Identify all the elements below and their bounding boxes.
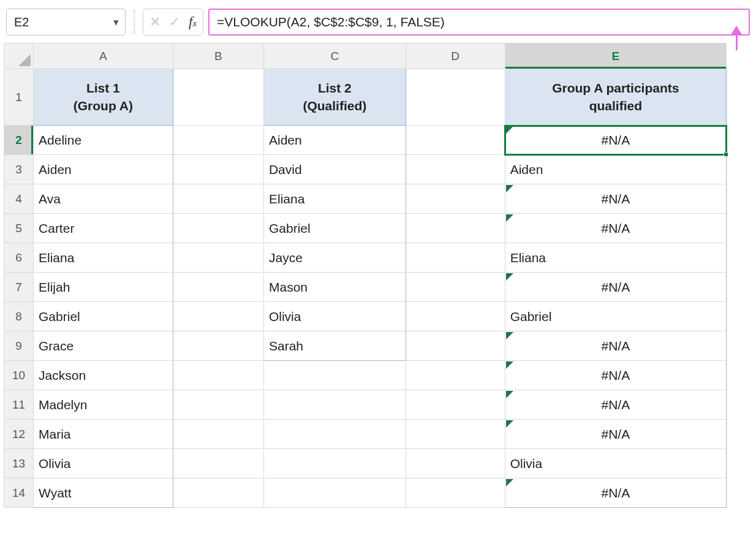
row-header[interactable]: 6 (4, 243, 34, 273)
cell-A7[interactable]: Elijah (34, 273, 173, 302)
row-header[interactable]: 4 (4, 184, 34, 214)
cell-D6[interactable] (406, 243, 505, 273)
cell-E13[interactable]: Olivia (505, 449, 726, 478)
cell-D3[interactable] (406, 155, 505, 184)
cell-A4[interactable]: Ava (34, 184, 173, 214)
cell-C12[interactable] (263, 420, 406, 449)
cell-B1[interactable] (173, 69, 263, 126)
cell-B12[interactable] (173, 420, 263, 449)
cell-A5[interactable]: Carter (34, 214, 173, 243)
cell-D2[interactable] (406, 126, 505, 155)
select-all-corner[interactable] (4, 43, 34, 69)
row-header[interactable]: 10 (4, 361, 34, 390)
col-header-A[interactable]: A (34, 43, 173, 69)
cell-D5[interactable] (406, 214, 505, 243)
row-header[interactable]: 14 (4, 478, 34, 508)
cell-A12[interactable]: Maria (34, 420, 173, 449)
fill-handle[interactable] (724, 152, 728, 157)
cell-E5[interactable]: #N/A (505, 214, 726, 243)
row-header[interactable]: 9 (4, 331, 34, 361)
cell-E9[interactable]: #N/A (505, 331, 726, 361)
confirm-icon[interactable]: ✓ (169, 15, 180, 29)
cell-D10[interactable] (406, 361, 505, 390)
fx-icon[interactable]: fx (189, 14, 197, 30)
cell-E1[interactable]: Group A participants qualified (505, 69, 726, 126)
cell-C7[interactable]: Mason (263, 273, 406, 302)
cell-A9[interactable]: Grace (34, 331, 173, 361)
cell-B11[interactable] (173, 390, 263, 420)
cell-A6[interactable]: Eliana (34, 243, 173, 273)
row-header[interactable]: 12 (4, 420, 34, 449)
cell-D1[interactable] (406, 69, 505, 126)
cancel-icon[interactable]: ✕ (149, 15, 161, 29)
cell-E2[interactable]: #N/A (505, 126, 726, 155)
divider (134, 10, 135, 34)
row-header[interactable]: 3 (4, 155, 34, 184)
cell-E10[interactable]: #N/A (505, 361, 726, 390)
row-header[interactable]: 2 (4, 126, 34, 155)
name-box[interactable]: E2 ▾ (6, 9, 126, 36)
cell-E12[interactable]: #N/A (505, 420, 726, 449)
cell-C8[interactable]: Olivia (263, 302, 406, 331)
cell-A1[interactable]: List 1 (Group A) (34, 69, 173, 126)
cell-D8[interactable] (406, 302, 505, 331)
cell-B14[interactable] (173, 478, 263, 508)
cell-D14[interactable] (406, 478, 505, 508)
cell-E7[interactable]: #N/A (505, 273, 726, 302)
chevron-down-icon[interactable]: ▾ (113, 16, 119, 29)
cell-B10[interactable] (173, 361, 263, 390)
cell-C13[interactable] (263, 449, 406, 478)
cell-C9[interactable]: Sarah (263, 331, 406, 361)
cell-B2[interactable] (173, 126, 263, 155)
cell-B6[interactable] (173, 243, 263, 273)
row-header[interactable]: 8 (4, 302, 34, 331)
col-header-D[interactable]: D (406, 43, 505, 69)
cell-C2[interactable]: Aiden (263, 126, 406, 155)
formula-input[interactable]: =VLOOKUP(A2, $C$2:$C$9, 1, FALSE) (208, 9, 750, 36)
cell-B13[interactable] (173, 449, 263, 478)
cell-C14[interactable] (263, 478, 406, 508)
cell-D4[interactable] (406, 184, 505, 214)
cell-A14[interactable]: Wyatt (34, 478, 173, 508)
cell-A8[interactable]: Gabriel (34, 302, 173, 331)
cell-A3[interactable]: Aiden (34, 155, 173, 184)
cell-E6[interactable]: Eliana (505, 243, 726, 273)
cell-C11[interactable] (263, 390, 406, 420)
cell-C3[interactable]: David (263, 155, 406, 184)
cell-A10[interactable]: Jackson (34, 361, 173, 390)
cell-B5[interactable] (173, 214, 263, 243)
cell-E11[interactable]: #N/A (505, 390, 726, 420)
cell-C6[interactable]: Jayce (263, 243, 406, 273)
row-header[interactable]: 1 (4, 69, 34, 126)
col-header-B[interactable]: B (173, 43, 263, 69)
cell-C10[interactable] (263, 361, 406, 390)
row-header[interactable]: 11 (4, 390, 34, 420)
spreadsheet-grid[interactable]: A B C D E 1List 1 (Group A)List 2 (Quali… (0, 43, 756, 513)
cell-A11[interactable]: Madelyn (34, 390, 173, 420)
cell-B3[interactable] (173, 155, 263, 184)
cell-E4[interactable]: #N/A (505, 184, 726, 214)
cell-D7[interactable] (406, 273, 505, 302)
row-header[interactable]: 7 (4, 273, 34, 302)
row-header[interactable]: 5 (4, 214, 34, 243)
cell-E8[interactable]: Gabriel (505, 302, 726, 331)
cell-C5[interactable]: Gabriel (263, 214, 406, 243)
cell-B7[interactable] (173, 273, 263, 302)
col-header-E[interactable]: E (505, 43, 726, 69)
cell-D9[interactable] (406, 331, 505, 361)
cell-E3[interactable]: Aiden (505, 155, 726, 184)
cell-C4[interactable]: Eliana (263, 184, 406, 214)
cell-A13[interactable]: Olivia (34, 449, 173, 478)
cell-B9[interactable] (173, 331, 263, 361)
cell-D13[interactable] (406, 449, 505, 478)
cell-C1[interactable]: List 2 (Qualified) (263, 69, 406, 126)
cell-A2[interactable]: Adeline (34, 126, 173, 155)
cell-E14[interactable]: #N/A (505, 478, 726, 508)
col-header-C[interactable]: C (263, 43, 406, 69)
formula-text: =VLOOKUP(A2, $C$2:$C$9, 1, FALSE) (217, 15, 445, 29)
cell-D11[interactable] (406, 390, 505, 420)
cell-B4[interactable] (173, 184, 263, 214)
cell-B8[interactable] (173, 302, 263, 331)
row-header[interactable]: 13 (4, 449, 34, 478)
cell-D12[interactable] (406, 420, 505, 449)
